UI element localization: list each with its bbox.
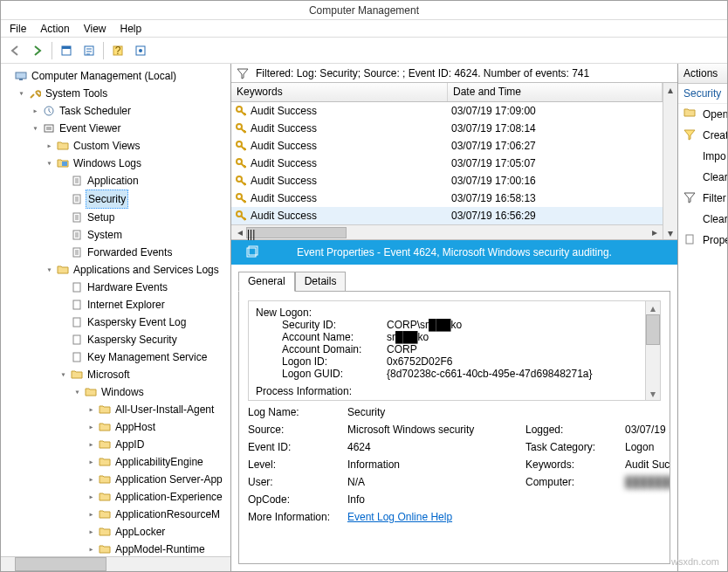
expander-icon[interactable]: ▸ xyxy=(86,527,96,537)
expander-icon[interactable]: ▾ xyxy=(31,124,40,134)
tree-item[interactable]: ▸AppModel-Runtime xyxy=(86,541,230,558)
tree-kaspersky-security[interactable]: Kaspersky Security xyxy=(58,331,230,348)
tree-log-application[interactable]: Application xyxy=(58,172,230,190)
expander-icon[interactable]: ▸ xyxy=(86,545,96,555)
column-datetime[interactable]: Date and Time xyxy=(448,83,663,101)
event-row[interactable]: Audit Success03/07/19 17:09:00 xyxy=(231,102,663,120)
help-button[interactable]: ? xyxy=(107,40,128,61)
column-keywords[interactable]: Keywords xyxy=(231,83,448,101)
tree-item[interactable]: ▸AppHost xyxy=(86,418,230,436)
properties-button[interactable] xyxy=(56,40,77,61)
tree-log-setup[interactable]: Setup xyxy=(58,209,230,226)
folder-icon xyxy=(56,263,70,277)
action-filter-log[interactable]: Filter xyxy=(678,188,727,209)
scroll-down-icon[interactable]: ▾ xyxy=(663,226,677,239)
expander-icon[interactable]: ▸ xyxy=(86,475,96,485)
expander-icon[interactable]: ▸ xyxy=(86,458,96,467)
action-clear-log[interactable]: Clear xyxy=(678,167,727,188)
tree-kaspersky-event[interactable]: Kaspersky Event Log xyxy=(58,314,230,331)
tree-custom-views[interactable]: ▸Custom Views xyxy=(45,137,230,155)
tree-item[interactable]: ▸AppLocker xyxy=(86,523,230,541)
properties2-button[interactable] xyxy=(79,40,100,61)
tree-item[interactable]: ▸ApplicationResourceM xyxy=(86,506,230,523)
event-row[interactable]: Audit Success03/07/19 17:05:07 xyxy=(231,155,663,172)
log-icon xyxy=(70,280,84,294)
tree-item[interactable]: ▸AppID xyxy=(86,436,230,453)
expander-icon[interactable]: ▸ xyxy=(86,493,96,502)
scroll-up-icon[interactable]: ▴ xyxy=(646,301,660,314)
scrollbar-thumb[interactable]: ||| xyxy=(246,227,347,238)
tree-root[interactable]: Computer Management (Local) xyxy=(3,67,230,85)
event-row[interactable]: Audit Success03/07/19 16:58:13 xyxy=(231,190,663,207)
filter-toolbar-button[interactable] xyxy=(130,40,151,61)
svg-rect-19 xyxy=(73,318,80,327)
tree-task-scheduler[interactable]: ▸Task Scheduler xyxy=(31,102,230,120)
tree-apps-services-logs[interactable]: ▾Applications and Services Logs xyxy=(45,261,230,279)
menu-help[interactable]: Help xyxy=(115,21,148,37)
tree-log-forwarded[interactable]: Forwarded Events xyxy=(58,244,230,261)
tab-general[interactable]: General xyxy=(238,272,295,292)
tree-item[interactable]: ▸ApplicabilityEngine xyxy=(86,453,230,471)
expander-icon[interactable]: ▾ xyxy=(17,89,26,99)
event-row[interactable]: Audit Success03/07/19 17:00:16 xyxy=(231,172,663,190)
action-import-custom-view[interactable]: Impo xyxy=(678,146,727,167)
action-clear-filter[interactable]: Clear xyxy=(678,209,727,230)
expander-icon[interactable] xyxy=(3,72,12,81)
expander-icon[interactable]: ▸ xyxy=(31,107,40,116)
tree-ms-windows[interactable]: ▾Windows xyxy=(72,383,230,401)
tree-kms[interactable]: Key Management Service xyxy=(58,348,230,366)
list-vertical-scrollbar[interactable]: ▴ ▾ xyxy=(663,83,677,239)
scroll-up-icon[interactable]: ▴ xyxy=(663,83,677,96)
tree-event-viewer[interactable]: ▾Event Viewer xyxy=(31,120,230,137)
scroll-right-icon[interactable]: ▸ xyxy=(648,226,661,239)
tree-pane[interactable]: Computer Management (Local) ▾ System Too… xyxy=(1,64,231,571)
expander-icon[interactable]: ▸ xyxy=(86,423,96,432)
event-row[interactable]: Audit Success03/07/19 17:06:27 xyxy=(231,137,663,155)
restore-icon[interactable] xyxy=(244,245,258,259)
tree-log-system[interactable]: System xyxy=(58,226,230,244)
detail-scrollbar[interactable]: ▴ ▾ xyxy=(645,301,660,400)
menu-file[interactable]: File xyxy=(4,21,31,37)
tree-windows-logs[interactable]: ▾Windows Logs xyxy=(45,155,230,172)
event-detail-box[interactable]: New Logon: Security ID:CORP\sr███ko Acco… xyxy=(248,300,661,401)
expander-icon[interactable]: ▾ xyxy=(72,388,82,397)
tree-item[interactable]: ▸Application Server-App xyxy=(86,471,230,488)
scroll-left-icon[interactable]: ◂ xyxy=(233,226,246,239)
row-keywords: Audit Success xyxy=(251,175,317,187)
event-log-help-link[interactable]: Event Log Online Help xyxy=(347,511,452,523)
action-properties[interactable]: Prope xyxy=(678,230,727,251)
tree-item[interactable]: ▸Application-Experience xyxy=(86,488,230,506)
expander-icon[interactable]: ▸ xyxy=(86,405,96,415)
expander-icon[interactable]: ▸ xyxy=(86,510,96,520)
expander-icon[interactable]: ▾ xyxy=(58,370,68,380)
tree-item[interactable]: ▸All-User-Install-Agent xyxy=(86,401,230,418)
back-button[interactable] xyxy=(4,40,25,61)
tree-hardware-events[interactable]: Hardware Events xyxy=(58,279,230,296)
event-row[interactable]: Audit Success03/07/19 17:08:14 xyxy=(231,120,663,137)
scrollbar-thumb[interactable] xyxy=(15,557,106,571)
action-create-custom-view[interactable]: Creat xyxy=(678,125,727,146)
scroll-down-icon[interactable]: ▾ xyxy=(646,387,660,400)
event-row[interactable]: Audit Success03/07/19 16:56:29 xyxy=(231,207,663,224)
account-domain-label: Account Domain: xyxy=(282,343,387,355)
list-horizontal-scrollbar[interactable]: ◂ ||| ▸ xyxy=(231,224,663,239)
tree-log-security[interactable]: Security xyxy=(58,190,230,209)
tab-details[interactable]: Details xyxy=(295,272,347,292)
expander-icon[interactable]: ▾ xyxy=(45,159,54,169)
expander-icon[interactable]: ▾ xyxy=(45,265,54,275)
forward-button[interactable] xyxy=(27,40,48,61)
level-label: Level: xyxy=(248,458,344,471)
menu-view[interactable]: View xyxy=(79,21,112,37)
row-datetime: 03/07/19 17:00:16 xyxy=(448,175,663,187)
expander-icon[interactable]: ▸ xyxy=(45,141,54,151)
source-label: Source: xyxy=(248,424,344,436)
funnel-icon xyxy=(683,191,697,205)
expander-icon[interactable]: ▸ xyxy=(86,440,96,450)
tree-system-tools[interactable]: ▾ System Tools xyxy=(17,85,230,102)
tree-horizontal-scrollbar[interactable] xyxy=(1,556,230,571)
menu-action[interactable]: Action xyxy=(35,21,74,37)
tree-microsoft[interactable]: ▾Microsoft xyxy=(58,366,230,383)
tree-ie[interactable]: Internet Explorer xyxy=(58,296,230,314)
action-open-saved-log[interactable]: Open xyxy=(678,104,727,125)
scrollbar-thumb[interactable] xyxy=(646,314,660,345)
